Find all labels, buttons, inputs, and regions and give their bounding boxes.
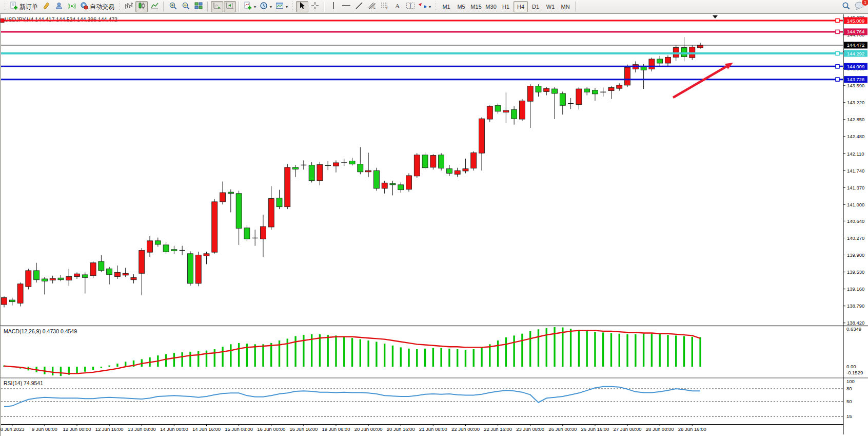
bearish-candle	[228, 192, 233, 194]
zoom-out-button[interactable]	[180, 1, 192, 12]
chevron-down-icon: ▾	[254, 5, 256, 9]
bullish-candle	[317, 164, 323, 180]
bullish-candle	[366, 170, 371, 172]
auto-trading-button[interactable]: 自动交易	[78, 1, 116, 12]
tile-windows-button[interactable]	[192, 1, 205, 12]
horizontal-line-tool-button[interactable]	[340, 1, 352, 12]
time-axis-label: 12 Jun 16:00	[95, 426, 124, 432]
bearish-candle	[277, 198, 282, 207]
profile-button[interactable]	[53, 1, 65, 12]
price-axis-tick-label: 139.160	[847, 286, 864, 292]
toolbar-grip[interactable]	[118, 2, 121, 12]
tab-timeframe-m1[interactable]: M1	[439, 1, 453, 12]
candlestick-type-button[interactable]	[135, 1, 148, 12]
bearish-candle	[536, 86, 541, 92]
templates-icon	[275, 2, 284, 12]
fibonacci-tool-button[interactable]: F	[379, 1, 391, 12]
crosshair-icon	[311, 2, 319, 12]
bullish-candle	[66, 277, 72, 280]
chevron-down-icon: ▾	[270, 5, 272, 9]
level-line-handle[interactable]	[836, 65, 839, 68]
signal-button[interactable]	[66, 1, 78, 12]
level-line-anchor[interactable]	[1, 19, 4, 23]
text-tool-button[interactable]: A	[391, 1, 404, 12]
bearish-candle	[107, 269, 112, 275]
chart-shift-icon	[226, 2, 234, 12]
cursor-tool-button[interactable]	[296, 1, 308, 12]
bar-chart-type-button[interactable]	[123, 1, 135, 12]
toolbar-grip[interactable]	[291, 2, 294, 12]
time-axis-label: 16 Jun 00:00	[257, 426, 285, 432]
price-axis-tick-label: 143.220	[847, 100, 864, 105]
bearish-candle	[58, 278, 64, 280]
level-line-handle[interactable]	[836, 30, 839, 33]
tab-timeframe-m30[interactable]: M30	[484, 1, 498, 12]
new-order-icon	[10, 2, 18, 12]
templates-button[interactable]: ▾	[274, 1, 289, 12]
tab-timeframe-w1[interactable]: W1	[543, 1, 558, 12]
line-chart-icon	[150, 2, 159, 12]
price-level-badge-text: 143.726	[847, 77, 864, 82]
crosshair-tool-button[interactable]	[309, 1, 321, 12]
bearish-candle	[9, 300, 15, 302]
brush-button[interactable]	[40, 1, 52, 12]
bearish-candle	[155, 241, 161, 244]
time-axis-label: 21 Jun 08:00	[419, 426, 447, 432]
price-level-badge-text: 145.009	[847, 18, 864, 24]
trendline-tool-button[interactable]	[353, 1, 365, 12]
bullish-candle	[471, 153, 477, 168]
time-axis-label: 22 Jun 00:00	[451, 426, 480, 432]
bearish-candle	[98, 261, 104, 271]
bar-position-marker	[713, 15, 718, 18]
bullish-candle	[487, 106, 492, 119]
auto-trading-label: 自动交易	[90, 3, 114, 11]
time-axis-label: 19 Jun 08:00	[322, 426, 350, 432]
tab-timeframe-h1[interactable]: H1	[499, 1, 513, 12]
zoom-in-button[interactable]	[167, 1, 179, 12]
time-axis-label: 9 Jun 08:00	[32, 426, 57, 432]
equidistant-channel-tool-button[interactable]: E	[366, 1, 378, 12]
auto-trading-icon	[80, 2, 88, 12]
new-order-button[interactable]: 新订单	[8, 1, 40, 12]
level-line-handle[interactable]	[836, 78, 839, 81]
rsi-line	[4, 387, 700, 407]
indicators-button[interactable]: ▾	[242, 1, 258, 12]
bearish-candle	[42, 279, 47, 281]
bearish-candle	[82, 275, 88, 277]
price-axis-tick-label: 139.900	[847, 252, 864, 258]
tab-timeframe-d1[interactable]: D1	[528, 1, 543, 12]
chart-shift-button[interactable]	[224, 1, 236, 12]
chart-canvas[interactable]: 145.070144.700144.330143.960143.590143.2…	[0, 14, 868, 436]
tab-timeframe-h4[interactable]: H4	[514, 1, 528, 12]
periods-button[interactable]: ▾	[258, 1, 273, 12]
arrows-tool-button[interactable]: ▾	[417, 1, 432, 12]
toolbar-grip[interactable]	[4, 2, 6, 12]
chart-window[interactable]: USDJPY,H4 144.417 144.524 144.396 144.47…	[0, 14, 868, 436]
level-line-handle[interactable]	[836, 52, 839, 55]
bullish-candle	[527, 86, 533, 101]
search-button[interactable]	[840, 1, 852, 12]
trend-arrow-annotation[interactable]	[673, 67, 726, 98]
rsi-axis-label: 50	[846, 399, 852, 404]
level-line-handle[interactable]	[836, 19, 839, 23]
bullish-candle	[212, 202, 218, 252]
bearish-candle	[560, 93, 565, 105]
tab-timeframe-mn[interactable]: MN	[558, 1, 573, 12]
bullish-candle	[220, 193, 226, 202]
text-label-tool-button[interactable]: T	[404, 1, 417, 12]
tab-timeframe-m15[interactable]: M15	[469, 1, 483, 12]
tab-timeframe-m5[interactable]: M5	[454, 1, 468, 12]
price-axis-tick-label: 141.370	[847, 185, 864, 191]
vertical-line-tool-button[interactable]	[327, 1, 340, 12]
bullish-candle	[26, 271, 31, 287]
line-chart-type-button[interactable]	[148, 1, 161, 12]
price-axis-tick-label: 142.110	[847, 151, 864, 157]
time-axis-label: 13 Jun 08:00	[128, 426, 156, 432]
signal-icon	[68, 2, 76, 12]
bearish-candle	[552, 89, 558, 93]
toolbar-grip[interactable]	[435, 2, 437, 12]
auto-scroll-button[interactable]	[211, 1, 223, 12]
chat-button[interactable]: 1	[853, 1, 866, 12]
new-order-label: 新订单	[19, 3, 38, 11]
bullish-candle	[195, 255, 201, 283]
